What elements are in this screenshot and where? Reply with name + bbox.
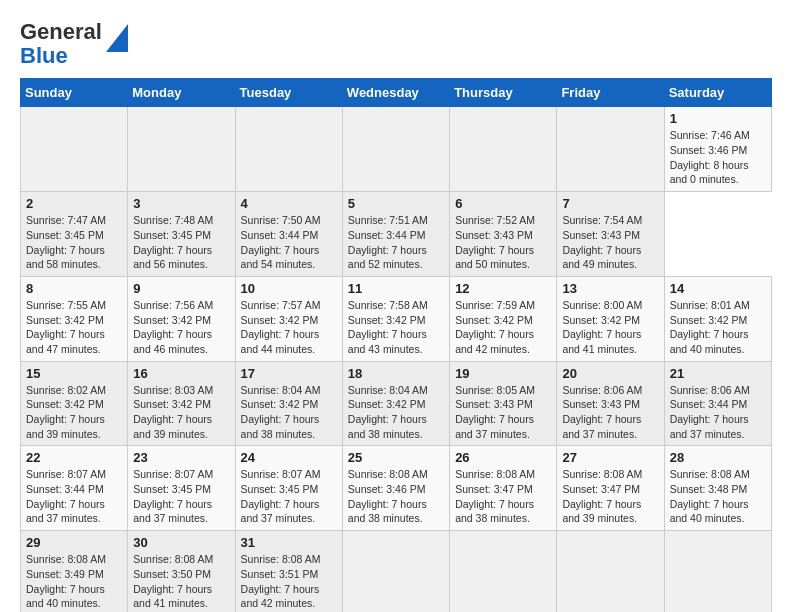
calendar-column-friday: Friday [557,79,664,107]
calendar-header-row: SundayMondayTuesdayWednesdayThursdayFrid… [21,79,772,107]
day-detail: Sunrise: 8:04 AMSunset: 3:42 PMDaylight:… [348,384,428,440]
day-detail: Sunrise: 7:56 AMSunset: 3:42 PMDaylight:… [133,299,213,355]
day-detail: Sunrise: 8:06 AMSunset: 3:43 PMDaylight:… [562,384,642,440]
logo-general: General [20,19,102,44]
day-detail: Sunrise: 7:54 AMSunset: 3:43 PMDaylight:… [562,214,642,270]
calendar-body: 1Sunrise: 7:46 AMSunset: 3:46 PMDaylight… [21,107,772,612]
empty-cell [21,107,128,192]
day-number: 31 [241,535,337,550]
logo: General Blue [20,20,128,68]
calendar-day-13: 13Sunrise: 8:00 AMSunset: 3:42 PMDayligh… [557,276,664,361]
logo-triangle-icon [106,24,128,52]
calendar-column-tuesday: Tuesday [235,79,342,107]
day-number: 27 [562,450,658,465]
day-detail: Sunrise: 7:55 AMSunset: 3:42 PMDaylight:… [26,299,106,355]
calendar-day-5: 5Sunrise: 7:51 AMSunset: 3:44 PMDaylight… [342,192,449,277]
calendar-day-30: 30Sunrise: 8:08 AMSunset: 3:50 PMDayligh… [128,531,235,612]
day-number: 25 [348,450,444,465]
day-detail: Sunrise: 7:48 AMSunset: 3:45 PMDaylight:… [133,214,213,270]
empty-cell [557,531,664,612]
day-detail: Sunrise: 7:59 AMSunset: 3:42 PMDaylight:… [455,299,535,355]
calendar-day-14: 14Sunrise: 8:01 AMSunset: 3:42 PMDayligh… [664,276,771,361]
calendar-day-2: 2Sunrise: 7:47 AMSunset: 3:45 PMDaylight… [21,192,128,277]
calendar-table: SundayMondayTuesdayWednesdayThursdayFrid… [20,78,772,612]
day-number: 19 [455,366,551,381]
day-detail: Sunrise: 8:08 AMSunset: 3:49 PMDaylight:… [26,553,106,609]
day-number: 21 [670,366,766,381]
day-detail: Sunrise: 7:58 AMSunset: 3:42 PMDaylight:… [348,299,428,355]
day-number: 23 [133,450,229,465]
day-detail: Sunrise: 8:08 AMSunset: 3:48 PMDaylight:… [670,468,750,524]
calendar-day-20: 20Sunrise: 8:06 AMSunset: 3:43 PMDayligh… [557,361,664,446]
day-detail: Sunrise: 8:00 AMSunset: 3:42 PMDaylight:… [562,299,642,355]
calendar-column-sunday: Sunday [21,79,128,107]
day-number: 9 [133,281,229,296]
calendar-day-8: 8Sunrise: 7:55 AMSunset: 3:42 PMDaylight… [21,276,128,361]
day-number: 16 [133,366,229,381]
calendar-day-22: 22Sunrise: 8:07 AMSunset: 3:44 PMDayligh… [21,446,128,531]
calendar-day-28: 28Sunrise: 8:08 AMSunset: 3:48 PMDayligh… [664,446,771,531]
day-number: 28 [670,450,766,465]
calendar-week-6: 29Sunrise: 8:08 AMSunset: 3:49 PMDayligh… [21,531,772,612]
day-detail: Sunrise: 7:57 AMSunset: 3:42 PMDaylight:… [241,299,321,355]
logo-blue: Blue [20,43,68,68]
calendar-column-thursday: Thursday [450,79,557,107]
empty-cell [450,531,557,612]
calendar-day-15: 15Sunrise: 8:02 AMSunset: 3:42 PMDayligh… [21,361,128,446]
calendar-day-24: 24Sunrise: 8:07 AMSunset: 3:45 PMDayligh… [235,446,342,531]
calendar-day-4: 4Sunrise: 7:50 AMSunset: 3:44 PMDaylight… [235,192,342,277]
calendar-column-monday: Monday [128,79,235,107]
calendar-day-23: 23Sunrise: 8:07 AMSunset: 3:45 PMDayligh… [128,446,235,531]
day-number: 18 [348,366,444,381]
day-detail: Sunrise: 7:50 AMSunset: 3:44 PMDaylight:… [241,214,321,270]
calendar-day-21: 21Sunrise: 8:06 AMSunset: 3:44 PMDayligh… [664,361,771,446]
empty-cell [342,107,449,192]
empty-cell [450,107,557,192]
day-number: 24 [241,450,337,465]
day-number: 6 [455,196,551,211]
calendar-day-10: 10Sunrise: 7:57 AMSunset: 3:42 PMDayligh… [235,276,342,361]
calendar-day-26: 26Sunrise: 8:08 AMSunset: 3:47 PMDayligh… [450,446,557,531]
day-detail: Sunrise: 8:07 AMSunset: 3:44 PMDaylight:… [26,468,106,524]
day-number: 3 [133,196,229,211]
day-number: 20 [562,366,658,381]
empty-cell [235,107,342,192]
calendar-day-17: 17Sunrise: 8:04 AMSunset: 3:42 PMDayligh… [235,361,342,446]
page-header: General Blue [20,20,772,68]
day-detail: Sunrise: 7:47 AMSunset: 3:45 PMDaylight:… [26,214,106,270]
day-number: 15 [26,366,122,381]
day-number: 5 [348,196,444,211]
day-number: 30 [133,535,229,550]
day-detail: Sunrise: 7:46 AMSunset: 3:46 PMDaylight:… [670,129,750,185]
day-detail: Sunrise: 7:52 AMSunset: 3:43 PMDaylight:… [455,214,535,270]
calendar-day-3: 3Sunrise: 7:48 AMSunset: 3:45 PMDaylight… [128,192,235,277]
day-detail: Sunrise: 8:07 AMSunset: 3:45 PMDaylight:… [133,468,213,524]
empty-cell [128,107,235,192]
day-number: 29 [26,535,122,550]
calendar-column-wednesday: Wednesday [342,79,449,107]
day-detail: Sunrise: 7:51 AMSunset: 3:44 PMDaylight:… [348,214,428,270]
day-detail: Sunrise: 8:01 AMSunset: 3:42 PMDaylight:… [670,299,750,355]
day-number: 17 [241,366,337,381]
day-detail: Sunrise: 8:08 AMSunset: 3:47 PMDaylight:… [562,468,642,524]
day-detail: Sunrise: 8:05 AMSunset: 3:43 PMDaylight:… [455,384,535,440]
svg-marker-0 [106,24,128,52]
day-detail: Sunrise: 8:08 AMSunset: 3:51 PMDaylight:… [241,553,321,609]
day-detail: Sunrise: 8:08 AMSunset: 3:50 PMDaylight:… [133,553,213,609]
day-detail: Sunrise: 8:04 AMSunset: 3:42 PMDaylight:… [241,384,321,440]
empty-cell [664,531,771,612]
calendar-day-27: 27Sunrise: 8:08 AMSunset: 3:47 PMDayligh… [557,446,664,531]
day-detail: Sunrise: 8:02 AMSunset: 3:42 PMDaylight:… [26,384,106,440]
calendar-day-6: 6Sunrise: 7:52 AMSunset: 3:43 PMDaylight… [450,192,557,277]
day-detail: Sunrise: 8:03 AMSunset: 3:42 PMDaylight:… [133,384,213,440]
calendar-day-18: 18Sunrise: 8:04 AMSunset: 3:42 PMDayligh… [342,361,449,446]
day-number: 14 [670,281,766,296]
calendar-day-16: 16Sunrise: 8:03 AMSunset: 3:42 PMDayligh… [128,361,235,446]
calendar-week-5: 22Sunrise: 8:07 AMSunset: 3:44 PMDayligh… [21,446,772,531]
calendar-header: SundayMondayTuesdayWednesdayThursdayFrid… [21,79,772,107]
day-number: 11 [348,281,444,296]
empty-cell [342,531,449,612]
day-number: 7 [562,196,658,211]
calendar-day-7: 7Sunrise: 7:54 AMSunset: 3:43 PMDaylight… [557,192,664,277]
calendar-week-1: 1Sunrise: 7:46 AMSunset: 3:46 PMDaylight… [21,107,772,192]
